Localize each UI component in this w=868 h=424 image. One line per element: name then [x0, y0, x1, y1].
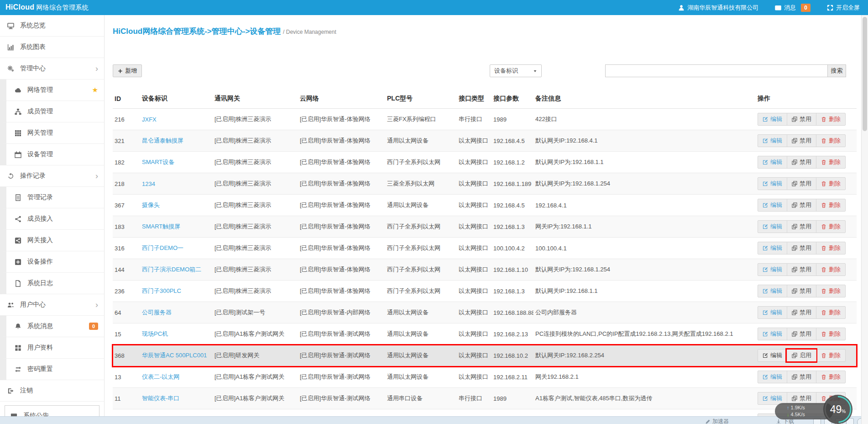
cell-gateway: [已启用]株洲三菱演示: [213, 173, 298, 195]
toggle-enable-button[interactable]: 禁用: [787, 135, 816, 147]
device-link[interactable]: 华辰智通AC 500PLC001: [142, 352, 207, 359]
edit-button[interactable]: 编辑: [758, 350, 787, 361]
delete-button[interactable]: 删除: [816, 135, 845, 147]
device-link[interactable]: SMART设备: [142, 159, 174, 165]
delete-button[interactable]: 删除: [816, 307, 845, 318]
upload-arrow-icon: ↑: [787, 405, 790, 410]
device-link[interactable]: 现场PC机: [142, 330, 168, 337]
cell-gateway: [已启用]株洲三菱演示: [213, 152, 298, 173]
sidebar-item[interactable]: 成员接入: [0, 208, 104, 230]
sidebar-item[interactable]: 成员管理: [0, 101, 104, 122]
device-link[interactable]: 摄像头: [142, 201, 160, 208]
sidebar-item[interactable]: 管理中心 ›: [0, 58, 104, 80]
toggle-enable-button[interactable]: 禁用: [787, 285, 816, 297]
fullscreen-button[interactable]: 开启全屏: [827, 4, 860, 12]
device-link[interactable]: 1234: [142, 180, 155, 187]
cell-gateway: [已启用]株洲三菱演示: [213, 195, 298, 216]
edit-button[interactable]: 编辑: [758, 113, 787, 125]
delete-button[interactable]: 删除: [816, 371, 845, 383]
sidebar-item[interactable]: 操作记录 ›: [0, 165, 104, 187]
filter-field-select[interactable]: 设备标识: [490, 64, 542, 77]
toggle-enable-button[interactable]: 禁用: [787, 371, 816, 383]
edit-icon: [763, 396, 768, 401]
sidebar-item[interactable]: 系统总览: [0, 15, 104, 37]
edit-button[interactable]: 编辑: [758, 328, 787, 340]
device-link[interactable]: 西门子DEMO一: [142, 244, 183, 251]
delete-button[interactable]: 删除: [816, 350, 845, 361]
sidebar-item[interactable]: 注销: [0, 380, 104, 402]
device-link[interactable]: JXFX: [142, 116, 157, 123]
toggle-enable-button[interactable]: 禁用: [787, 199, 816, 211]
sidebar-item[interactable]: 系统消息 0: [0, 316, 104, 337]
device-link[interactable]: 西门子演示DEMO箱二: [142, 266, 201, 273]
sidebar-item[interactable]: 密码重置: [0, 359, 104, 380]
toggle-enable-button[interactable]: 禁用: [787, 307, 816, 318]
device-link[interactable]: SMART触摸屏: [142, 223, 180, 230]
accelerator-item[interactable]: 加速器: [705, 418, 729, 424]
delete-button[interactable]: 删除: [816, 285, 845, 297]
toggle-enable-button[interactable]: 禁用: [787, 221, 816, 233]
device-link[interactable]: 仪表二-以太网: [142, 373, 179, 380]
company-name: 湖南华辰智通科技有限公司: [687, 4, 758, 12]
cell-plc-model: 西门子全系列以太网: [385, 259, 457, 281]
delete-button[interactable]: 删除: [816, 328, 845, 340]
sidebar-item[interactable]: 网关接入: [0, 230, 104, 251]
delete-button[interactable]: 删除: [816, 113, 845, 125]
table-row: 367 摄像头 [已启用]株洲三菱演示 [已启用]华辰智通-体验网络 通用以太网…: [113, 195, 857, 216]
add-device-button[interactable]: 新增: [113, 64, 142, 77]
table-row: 182 SMART设备 [已启用]株洲三菱演示 [已启用]华辰智通-体验网络 西…: [113, 152, 857, 173]
device-link[interactable]: 昆仑通泰触摸屏: [142, 137, 183, 144]
cell-interface-type: 以太网接口: [457, 281, 492, 302]
toggle-enable-button[interactable]: 禁用: [787, 328, 816, 340]
sidebar-item[interactable]: 设备操作: [0, 251, 104, 273]
toggle-enable-button[interactable]: 禁用: [787, 156, 816, 168]
sidebar-item[interactable]: 网络管理 ★: [0, 80, 104, 101]
cell-interface-param: 100.100.4.2: [492, 238, 533, 259]
toggle-enable-button[interactable]: 禁用: [787, 178, 816, 190]
delete-button[interactable]: 删除: [816, 199, 845, 211]
edit-button[interactable]: 编辑: [758, 242, 787, 254]
toggle-enable-button[interactable]: 禁用: [787, 242, 816, 254]
edit-button[interactable]: 编辑: [758, 135, 787, 147]
edit-button[interactable]: 编辑: [758, 199, 787, 211]
messages-button[interactable]: 消息 0: [775, 4, 810, 12]
scrollbar-thumb[interactable]: [863, 17, 867, 131]
search-button[interactable]: 搜索: [828, 64, 846, 77]
delete-button[interactable]: 删除: [816, 264, 845, 276]
sidebar-item[interactable]: 用户中心 ›: [0, 294, 104, 316]
account-menu[interactable]: 湖南华辰智通科技有限公司: [678, 4, 758, 12]
toggle-enable-button[interactable]: 启用: [787, 350, 816, 361]
envelope-icon: [775, 5, 781, 11]
delete-button[interactable]: 删除: [816, 156, 845, 168]
edit-button[interactable]: 编辑: [758, 285, 787, 297]
sidebar-item[interactable]: 管理记录: [0, 187, 104, 208]
sidebar-item[interactable]: 系统日志: [0, 273, 104, 294]
sidebar-item[interactable]: 设备管理: [0, 144, 104, 165]
edit-button[interactable]: 编辑: [758, 156, 787, 168]
delete-button[interactable]: 删除: [816, 178, 845, 190]
toggle-enable-button[interactable]: 禁用: [787, 264, 816, 276]
main-content: HiCloud网络综合管理系统->管理中心->设备管理 / Device Man…: [105, 15, 862, 424]
edit-button[interactable]: 编辑: [758, 307, 787, 318]
edit-button[interactable]: 编辑: [758, 221, 787, 233]
cell-id: 367: [113, 195, 140, 216]
vertical-scrollbar[interactable]: [861, 15, 868, 424]
device-link[interactable]: 公司服务器: [142, 309, 172, 316]
search-input[interactable]: [605, 64, 828, 77]
toggle-enable-button[interactable]: 禁用: [787, 113, 816, 125]
sidebar-item[interactable]: 系统图表: [0, 37, 104, 58]
sidebar-item[interactable]: 网关管理: [0, 122, 104, 144]
progress-gauge-overlay[interactable]: 49 %: [823, 395, 852, 424]
sidebar-item[interactable]: 用户资料: [0, 337, 104, 359]
edit-button[interactable]: 编辑: [758, 371, 787, 383]
device-link[interactable]: 智能仪表-串口: [142, 395, 179, 402]
device-link[interactable]: 西门子300PLC: [142, 287, 181, 294]
edit-icon: [763, 138, 768, 143]
table-row: 183 SMART触摸屏 [已启用]株洲三菱演示 [已启用]华辰智通-体验网络 …: [113, 216, 857, 238]
table-row: 15 现场PC机 [已启用]A1栋客户测试网关 [已启用]华辰智通-测试网络 通…: [113, 323, 857, 345]
edit-button[interactable]: 编辑: [758, 264, 787, 276]
edit-button[interactable]: 编辑: [758, 178, 787, 190]
edit-icon: [763, 288, 768, 294]
delete-button[interactable]: 删除: [816, 242, 845, 254]
delete-button[interactable]: 删除: [816, 221, 845, 233]
